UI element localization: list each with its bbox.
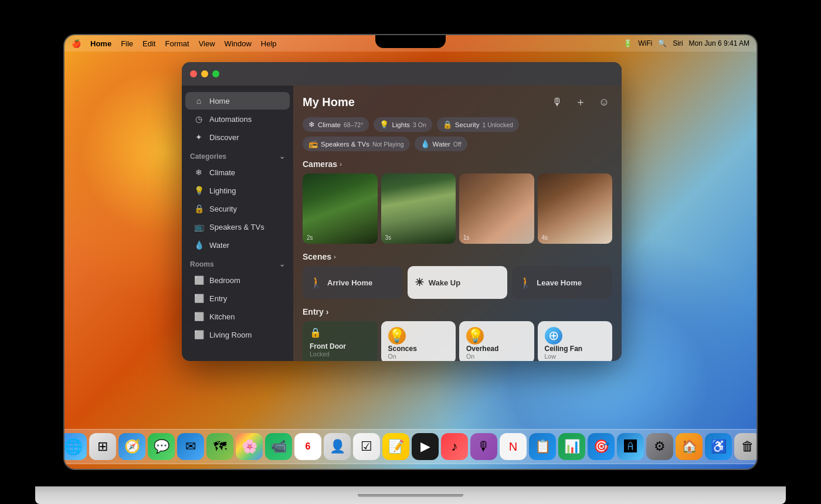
climate-label: Climate	[209, 168, 235, 177]
menu-format[interactable]: Format	[165, 39, 189, 48]
sidebar-item-water[interactable]: 💧 Water	[185, 236, 290, 254]
dock-app-mail[interactable]: ✉	[177, 433, 204, 460]
sidebar-item-automations[interactable]: ◷ Automations	[185, 110, 290, 128]
add-button[interactable]: ＋	[572, 94, 589, 110]
category-pills: ❄ Climate 68–72° 💡 Lights 3 On 🔒 Securit…	[303, 117, 612, 151]
dock-app-maps[interactable]: 🗺	[206, 433, 233, 460]
pill-security[interactable]: 🔒 Security 1 Unlocked	[437, 117, 519, 132]
lighting-icon: 💡	[194, 186, 204, 195]
sidebar-item-discover[interactable]: ✦ Discover	[185, 128, 290, 146]
sconces-card[interactable]: 💡 Sconces On	[381, 321, 456, 361]
dock-app-reminders[interactable]: ☑	[353, 433, 380, 460]
menu-help[interactable]: Help	[261, 39, 277, 48]
sidebar-item-lighting[interactable]: 💡 Lighting	[185, 182, 290, 199]
automations-icon: ◷	[194, 114, 204, 124]
dock-app-home[interactable]: 🏠	[676, 433, 703, 460]
dock-app-contacts[interactable]: 👤	[324, 433, 351, 460]
dock-app-accessibility[interactable]: ♿	[705, 433, 732, 460]
scenes-section-header[interactable]: Scenes ›	[303, 252, 612, 261]
scene-wake-up[interactable]: ☀ Wake Up	[408, 266, 508, 299]
front-door-card[interactable]: 🔒 Front Door Locked	[303, 321, 378, 361]
menu-window[interactable]: Window	[225, 39, 252, 48]
pill-water[interactable]: 💧 Water Off	[415, 137, 467, 151]
ceiling-fan-icon: ⊕	[545, 327, 562, 345]
sidebar-item-climate[interactable]: ❄ Climate	[185, 164, 290, 181]
overhead-label: Overhead	[466, 345, 527, 353]
sidebar-item-livingroom[interactable]: ⬜ Living Room	[185, 326, 290, 343]
rooms-section-header[interactable]: Rooms ⌄	[182, 254, 293, 271]
minimize-button[interactable]	[201, 70, 208, 77]
overhead-card[interactable]: 💡 Overhead On	[459, 321, 534, 361]
ceiling-fan-card[interactable]: ⊕ Ceiling Fan Low	[538, 321, 613, 361]
menu-view[interactable]: View	[199, 39, 215, 48]
arrive-home-label: Arrive Home	[327, 278, 372, 287]
maximize-button[interactable]	[212, 70, 219, 77]
entry-chevron: ›	[326, 307, 329, 316]
camera-4[interactable]: 4s	[538, 173, 613, 244]
dock-app-news[interactable]: N	[500, 433, 527, 460]
categories-section-header[interactable]: Categories ⌄	[182, 147, 293, 163]
sidebar-item-home[interactable]: ⌂ Home	[185, 92, 290, 110]
entry-label: Entry	[303, 307, 324, 316]
search-icon[interactable]: 🔍	[658, 39, 667, 47]
main-header: My Home 🎙 ＋ ☺	[303, 94, 612, 110]
dock-app-notes[interactable]: 📝	[382, 433, 409, 460]
sidebar-item-speakers[interactable]: 📺 Speakers & TVs	[185, 218, 290, 236]
pill-speakers[interactable]: 📻 Speakers & TVs Not Playing	[303, 137, 410, 151]
dock-app-trash[interactable]: 🗑	[734, 433, 756, 460]
pill-water-icon: 💧	[420, 139, 430, 148]
camera-3[interactable]: 1s	[459, 173, 534, 244]
header-actions: 🎙 ＋ ☺	[549, 94, 612, 110]
sidebar-item-security[interactable]: 🔒 Security	[185, 200, 290, 217]
traffic-lights	[190, 70, 219, 77]
leave-home-icon: 🚶	[519, 276, 532, 289]
settings-button[interactable]: ☺	[596, 94, 612, 110]
cam3-time: 1s	[463, 234, 470, 241]
water-label: Water	[209, 241, 229, 250]
dock-app-settings[interactable]: ⚙	[646, 433, 673, 460]
pill-climate[interactable]: ❄ Climate 68–72°	[303, 117, 369, 132]
pill-lights[interactable]: 💡 Lights 3 On	[374, 117, 432, 132]
dock-app-photos[interactable]: 🌸	[236, 433, 263, 460]
dock-app-safari[interactable]: 🧭	[118, 433, 145, 460]
menu-bar-left: 🍎 Home File Edit Format View Window Help	[72, 39, 277, 48]
camera-2[interactable]: 3s	[381, 173, 456, 244]
dock-app-messages[interactable]: 💬	[148, 433, 175, 460]
sconces-label: Sconces	[388, 345, 449, 353]
dock-app-calendar[interactable]: 6	[294, 433, 321, 460]
siri-icon[interactable]: Siri	[673, 39, 683, 47]
dock-app-keynote[interactable]: 🎯	[588, 433, 615, 460]
scene-arrive-home[interactable]: 🚶 Arrive Home	[303, 266, 403, 299]
menu-file[interactable]: File	[121, 39, 133, 48]
sidebar-item-entry[interactable]: ⬜ Entry	[185, 290, 290, 307]
title-bar	[182, 62, 622, 86]
cameras-section-header[interactable]: Cameras ›	[303, 159, 612, 169]
entry-section-header[interactable]: Entry ›	[303, 307, 612, 316]
sidebar-item-bedroom[interactable]: ⬜ Bedroom	[185, 271, 290, 289]
dock-app-finder[interactable]: 🌐	[65, 433, 87, 460]
app-menu-home[interactable]: Home	[90, 39, 111, 48]
sidebar-item-kitchen[interactable]: ⬜ Kitchen	[185, 308, 290, 325]
cameras-chevron: ›	[340, 161, 342, 168]
macbook-hinge	[358, 494, 463, 497]
menu-edit[interactable]: Edit	[143, 39, 155, 48]
dock-app-taskmanager[interactable]: 📋	[529, 433, 556, 460]
close-button[interactable]	[190, 70, 197, 77]
dock-app-launchpad[interactable]: ⊞	[89, 433, 116, 460]
categories-chevron: ⌄	[279, 152, 285, 161]
pill-climate-icon: ❄	[308, 120, 315, 129]
dock-app-appstore[interactable]: 🅰	[617, 433, 644, 460]
dock-app-podcasts[interactable]: 🎙	[470, 433, 497, 460]
rooms-chevron: ⌄	[279, 260, 285, 268]
ceiling-fan-sub: Low	[545, 353, 606, 360]
dock-app-numbers[interactable]: 📊	[558, 433, 585, 460]
pill-security-value: 1 Unlocked	[482, 121, 513, 128]
apple-menu[interactable]: 🍎	[72, 39, 81, 48]
siri-button[interactable]: 🎙	[549, 94, 565, 110]
camera-1[interactable]: 2s	[303, 173, 378, 244]
scene-leave-home[interactable]: 🚶 Leave Home	[512, 266, 612, 299]
dock-app-music[interactable]: ♪	[441, 433, 468, 460]
dock-app-appletv[interactable]: ▶	[412, 433, 439, 460]
climate-icon: ❄	[194, 168, 204, 177]
dock-app-facetime[interactable]: 📹	[265, 433, 292, 460]
